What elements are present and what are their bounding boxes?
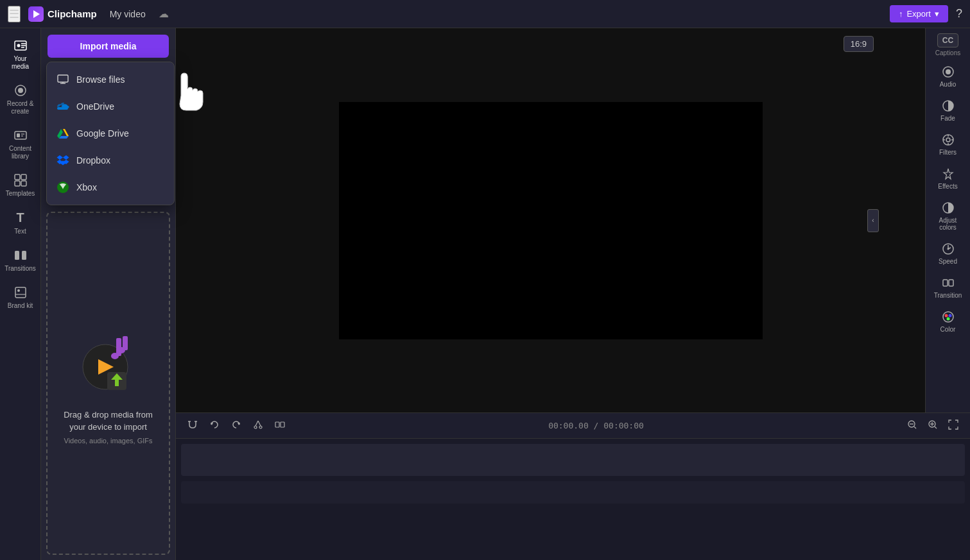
clipchamp-logo-icon <box>28 6 44 22</box>
text-icon: T <box>16 210 24 225</box>
magnetic-snap-button[interactable] <box>184 417 202 435</box>
svg-rect-52 <box>943 280 948 286</box>
zoom-in-button[interactable] <box>924 417 942 435</box>
fade-icon <box>942 99 955 112</box>
sidebar-item-templates-label: Templates <box>6 190 35 198</box>
sidebar-item-brand-kit-label: Brand kit <box>8 302 33 310</box>
collapse-right-panel-button[interactable]: ‹ <box>867 209 879 232</box>
right-tools-panel: CC Captions Audio <box>925 28 970 412</box>
svg-marker-24 <box>59 136 69 139</box>
project-title[interactable]: My video <box>110 9 146 19</box>
color-label: Color <box>940 326 956 333</box>
svg-rect-15 <box>15 287 26 298</box>
transition-icon <box>942 276 955 289</box>
tool-adjust-colors[interactable]: Adjust colors <box>929 196 967 236</box>
sidebar-item-content-library-label: Content library <box>5 145 36 160</box>
video-canvas <box>339 102 763 339</box>
tool-audio[interactable]: Audio <box>929 60 967 93</box>
cut-button[interactable] <box>249 417 267 435</box>
effects-icon <box>942 167 955 180</box>
sidebar-item-templates[interactable]: Templates <box>3 168 39 203</box>
tool-speed[interactable]: Speed <box>929 237 967 270</box>
sidebar-item-transitions[interactable]: Transitions <box>3 243 39 278</box>
timeline-toolbar: 00:00.00 / 00:00:00 <box>176 413 970 439</box>
content-library-icon <box>13 128 28 142</box>
dropbox-icon <box>56 153 70 167</box>
svg-point-4 <box>18 88 23 93</box>
record-icon <box>13 83 28 98</box>
media-panel: Import media Browse files <box>41 28 176 560</box>
dropdown-item-google-drive[interactable]: Google Drive <box>47 120 174 147</box>
tool-fade[interactable]: Fade <box>929 94 967 127</box>
redo-button[interactable] <box>227 417 245 435</box>
timeline-track-2 <box>181 481 965 504</box>
dropdown-item-onedrive[interactable]: OneDrive <box>47 93 174 120</box>
sidebar-item-record-label: Record & create <box>5 100 36 115</box>
tool-color[interactable]: Color <box>929 305 967 338</box>
transition-label: Transition <box>934 292 962 299</box>
time-separator: / <box>594 421 604 430</box>
sidebar-item-content-library[interactable]: Content library <box>3 123 39 165</box>
import-media-button[interactable]: Import media <box>48 35 169 58</box>
svg-marker-26 <box>63 155 69 160</box>
undo-button[interactable] <box>205 417 223 435</box>
svg-marker-25 <box>57 155 64 160</box>
sidebar-item-brand-kit[interactable]: Brand kit <box>3 280 39 315</box>
svg-marker-0 <box>33 10 40 18</box>
svg-rect-12 <box>21 181 26 186</box>
fullscreen-button[interactable] <box>944 417 962 435</box>
google-drive-label: Google Drive <box>76 128 129 139</box>
sidebar-item-text[interactable]: T Text <box>3 205 39 241</box>
sidebar-item-transitions-label: Transitions <box>4 265 36 273</box>
brand-kit-icon <box>13 285 28 300</box>
sidebar-item-your-media[interactable]: Your media <box>3 33 39 76</box>
tool-filters[interactable]: Filters <box>929 128 967 161</box>
media-illustration <box>70 322 147 399</box>
svg-point-36 <box>117 347 125 353</box>
export-chevron-icon: ▾ <box>935 9 939 19</box>
monitor-icon <box>56 72 70 87</box>
video-preview: 16:9 ‹ <box>176 28 925 412</box>
logo-area: Clipchamp <box>28 6 97 22</box>
effects-label: Effects <box>938 183 957 190</box>
svg-line-70 <box>914 427 916 428</box>
audio-icon <box>942 65 955 78</box>
sidebar-item-record[interactable]: Record & create <box>3 78 39 121</box>
svg-rect-6 <box>17 133 20 137</box>
menu-button[interactable]: ☰ <box>8 6 21 22</box>
speed-label: Speed <box>939 258 957 265</box>
import-dropdown-menu: Browse files OneDrive <box>46 62 175 205</box>
topbar-right: ↑ Export ▾ ? <box>890 5 962 22</box>
tool-effects[interactable]: Effects <box>929 162 967 195</box>
templates-icon <box>13 173 28 187</box>
google-drive-icon <box>56 126 70 140</box>
help-button[interactable]: ? <box>956 7 962 21</box>
fade-label: Fade <box>940 115 955 122</box>
dropdown-item-browse-files[interactable]: Browse files <box>47 66 174 93</box>
captions-label: Captions <box>935 49 960 56</box>
captions-cc-badge[interactable]: CC <box>937 33 958 47</box>
import-button-area: Import media <box>41 28 175 64</box>
dropdown-item-xbox[interactable]: Xbox <box>47 174 174 201</box>
sidebar-item-text-label: Text <box>14 228 26 235</box>
zoom-out-button[interactable] <box>903 417 921 435</box>
topbar: ☰ Clipchamp My video ☁ ↑ Export ▾ ? <box>0 0 970 28</box>
onedrive-label: OneDrive <box>76 101 114 112</box>
export-button[interactable]: ↑ Export ▾ <box>890 5 948 22</box>
drag-drop-area[interactable]: Drag & drop media from your device to im… <box>46 212 170 555</box>
xbox-label: Xbox <box>76 182 97 192</box>
svg-rect-18 <box>58 75 68 82</box>
svg-rect-11 <box>15 181 20 186</box>
aspect-ratio-button[interactable]: 16:9 <box>844 36 874 52</box>
svg-point-62 <box>254 426 257 428</box>
current-time: 00:00.00 <box>548 421 589 430</box>
tool-transition[interactable]: Transition <box>929 271 967 304</box>
svg-point-2 <box>17 44 20 47</box>
dropdown-item-dropbox[interactable]: Dropbox <box>47 147 174 174</box>
svg-point-41 <box>946 69 951 74</box>
svg-rect-67 <box>281 422 284 427</box>
svg-rect-21 <box>57 107 68 110</box>
svg-rect-53 <box>949 280 953 286</box>
drag-drop-subtitle: Videos, audio, images, GIFs <box>64 437 153 445</box>
split-button[interactable] <box>271 417 289 435</box>
